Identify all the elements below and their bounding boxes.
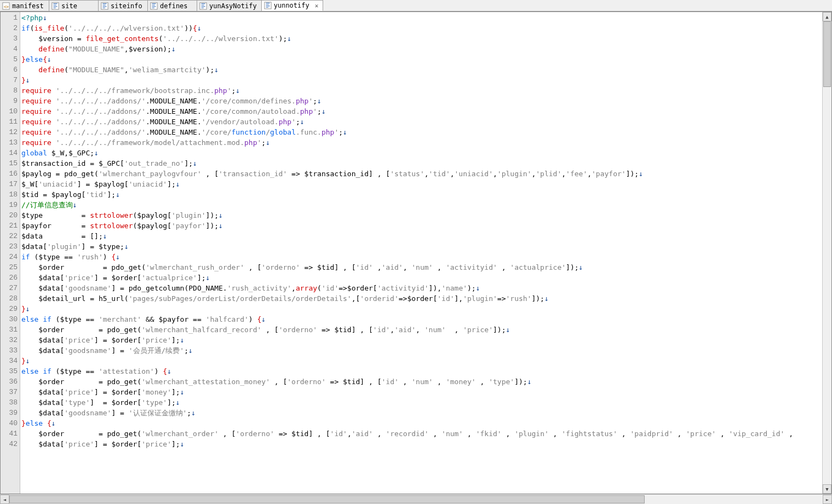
code-line[interactable]: $data = [];↓ (21, 231, 821, 241)
code-line[interactable]: $data['goodsname'] = '认证保证金缴纳';↓ (21, 408, 821, 418)
code-line[interactable]: <?php↓ (21, 13, 821, 23)
tab-label: defines (160, 2, 188, 10)
code-line[interactable]: }else {↓ (21, 418, 821, 428)
scroll-up-button[interactable]: ▲ (823, 12, 831, 21)
code-line[interactable]: $data['price'] = $order['price'];↓ (21, 335, 821, 345)
line-number: 40 (1, 418, 20, 428)
line-number: 35 (1, 366, 20, 376)
horizontal-scrollbar[interactable]: ◄ ► (0, 494, 832, 504)
tab-label: site (61, 2, 77, 10)
tab-siteinfo[interactable]: siteinfo (99, 0, 148, 11)
vscroll-thumb[interactable] (823, 21, 831, 87)
scroll-down-button[interactable]: ▼ (823, 484, 831, 494)
code-line[interactable]: }↓ (21, 304, 821, 314)
hscroll-track[interactable] (9, 495, 823, 504)
code-line[interactable]: global $_W,$_GPC;↓ (21, 148, 821, 158)
code-line[interactable]: require '../../../../addons/'.MODULE_NAM… (21, 117, 821, 127)
tab-yunAsyNotify[interactable]: yunAsyNotify (197, 0, 262, 11)
code-line[interactable]: if ($type == 'rush') {↓ (21, 252, 821, 262)
line-number: 12 (1, 127, 20, 137)
line-number: 38 (1, 397, 20, 408)
line-number: 1 (1, 13, 20, 23)
code-line[interactable]: $paylog = pdo_get('wlmerchant_paylogvfou… (21, 169, 821, 179)
line-number: 8 (1, 85, 20, 96)
tab-label: yunAsyNotify (209, 2, 257, 10)
code-line[interactable]: $order = pdo_get('wlmerchant_order' , ['… (21, 428, 821, 439)
line-number: 42 (1, 439, 20, 449)
code-line[interactable]: $order = pdo_get('wlmerchant_rush_order'… (21, 262, 821, 273)
line-number: 41 (1, 428, 20, 439)
code-line[interactable]: if(is_file('../../../../wlversion.txt'))… (21, 23, 821, 33)
line-number: 5 (1, 54, 20, 65)
tab-manifest[interactable]: <>manifest (0, 0, 49, 11)
line-number: 36 (1, 376, 20, 387)
scroll-left-button[interactable]: ◄ (0, 495, 9, 504)
code-line[interactable]: }↓ (21, 75, 821, 85)
code-line[interactable]: require '../../../../addons/'.MODULE_NAM… (21, 127, 821, 137)
code-line[interactable]: $data['plugin'] = $type;↓ (21, 241, 821, 252)
hscroll-thumb[interactable] (9, 495, 645, 503)
code-line[interactable]: $version = file_get_contents('../../../.… (21, 33, 821, 44)
line-number: 14 (1, 148, 20, 158)
line-number: 16 (1, 169, 20, 179)
code-line[interactable]: $tid = $paylog['tid'];↓ (21, 189, 821, 200)
tab-site[interactable]: site (49, 0, 99, 11)
line-gutter: 1234567891011121314151617181920212223242… (1, 12, 20, 494)
line-number: 15 (1, 158, 20, 169)
code-line[interactable]: $type = strtolower($paylog['plugin']);↓ (21, 210, 821, 221)
tab-label: yunnotify (274, 2, 309, 9)
code-line[interactable]: $data['goodsname'] = pdo_getcolumn(PDO_N… (21, 283, 821, 293)
code-line[interactable]: require '../../../../framework/bootstrap… (21, 85, 821, 96)
line-number: 25 (1, 262, 20, 273)
code-line[interactable]: else if ($type == 'attestation') {↓ (21, 366, 821, 376)
code-line[interactable]: define("MODULE_NAME",'weliam_smartcity')… (21, 65, 821, 75)
line-number: 20 (1, 210, 20, 221)
code-line[interactable]: $payfor = strtolower($paylog['payfor']);… (21, 221, 821, 231)
line-number: 37 (1, 387, 20, 397)
line-number: 21 (1, 221, 20, 231)
line-number: 32 (1, 335, 20, 345)
tab-defines[interactable]: defines (148, 0, 197, 11)
code-area[interactable]: <?php↓if(is_file('../../../../wlversion.… (20, 12, 822, 494)
code-line[interactable]: require '../../../../framework/model/att… (21, 137, 821, 148)
scroll-right-button[interactable]: ► (823, 495, 832, 504)
line-number: 27 (1, 283, 20, 293)
line-number: 23 (1, 241, 20, 252)
close-icon[interactable]: ✕ (315, 2, 319, 9)
line-number: 31 (1, 325, 20, 335)
code-line[interactable]: define("MODULE_NAME",$version);↓ (21, 44, 821, 54)
vscroll-track[interactable] (823, 21, 831, 484)
code-line[interactable]: $data['type'] = $order['type'];↓ (21, 397, 821, 408)
code-line[interactable]: }↓ (21, 356, 821, 366)
line-number: 28 (1, 293, 20, 304)
code-line[interactable]: $data['price'] = $order['money'];↓ (21, 387, 821, 397)
line-number: 4 (1, 44, 20, 54)
line-number: 13 (1, 137, 20, 148)
tab-bar: <>manifestsitesiteinfodefinesyunAsyNotif… (0, 0, 832, 11)
code-line[interactable]: $data['price'] = $order['actualprice'];↓ (21, 273, 821, 283)
line-number: 3 (1, 33, 20, 44)
code-line[interactable]: require '../../../../addons/'.MODULE_NAM… (21, 96, 821, 106)
line-number: 34 (1, 356, 20, 366)
code-line[interactable]: $data['goodsname'] = '会员开通/续费';↓ (21, 345, 821, 356)
code-line[interactable]: else if ($type == 'merchant' && $payfor … (21, 314, 821, 325)
code-line[interactable]: require '../../../../addons/'.MODULE_NAM… (21, 106, 821, 117)
line-number: 9 (1, 96, 20, 106)
code-line[interactable]: $detail_url = h5_url('pages/subPages/ord… (21, 293, 821, 304)
code-line[interactable]: $transaction_id = $_GPC['out_trade_no'];… (21, 158, 821, 169)
tab-label: manifest (12, 2, 44, 10)
vertical-scrollbar[interactable]: ▲ ▼ (822, 12, 831, 494)
code-line[interactable]: $_W['uniacid'] = $paylog['uniacid'];↓ (21, 179, 821, 189)
code-line[interactable]: $order = pdo_get('wlmerchant_attestation… (21, 376, 821, 387)
code-line[interactable]: $data['price'] = $order['price'];↓ (21, 439, 821, 449)
code-line[interactable]: }else{↓ (21, 54, 821, 65)
line-number: 2 (1, 23, 20, 33)
code-line[interactable]: $order = pdo_get('wlmerchant_halfcard_re… (21, 325, 821, 335)
line-number: 26 (1, 273, 20, 283)
line-number: 7 (1, 75, 20, 85)
line-number: 29 (1, 304, 20, 314)
line-number: 11 (1, 117, 20, 127)
line-number: 17 (1, 179, 20, 189)
tab-yunnotify[interactable]: yunnotify✕ (262, 0, 324, 11)
code-line[interactable]: //订单信息查询↓ (21, 200, 821, 210)
